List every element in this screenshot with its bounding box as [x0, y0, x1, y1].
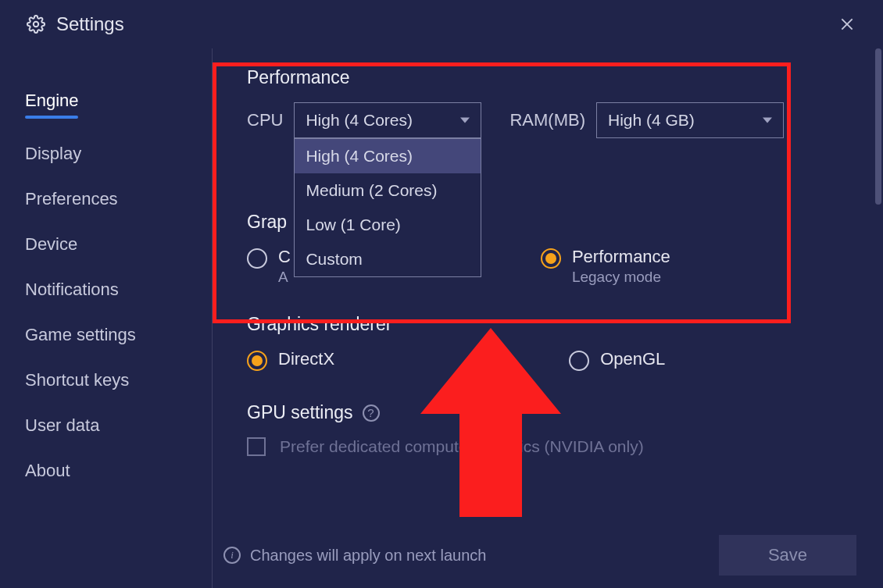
sidebar-item-label: Shortcut keys: [25, 370, 129, 390]
graphics-engine-option-1[interactable]: C A: [247, 247, 291, 286]
sidebar-item-notifications[interactable]: Notifications: [0, 267, 212, 312]
help-icon[interactable]: ?: [363, 404, 380, 422]
cpu-option-custom[interactable]: Custom: [295, 242, 481, 276]
sidebar: Engine Display Preferences Device Notifi…: [0, 48, 213, 588]
scrollbar-thumb[interactable]: [875, 48, 881, 205]
sidebar-item-preferences[interactable]: Preferences: [0, 176, 212, 222]
ram-select[interactable]: High (4 GB): [596, 102, 784, 138]
svg-point-0: [34, 22, 38, 27]
ram-label: RAM(MB): [509, 110, 585, 130]
graphics-engine-option-performance[interactable]: Performance Legacy mode: [541, 247, 670, 286]
graphics-engine-performance-sub: Legacy mode: [572, 269, 670, 286]
footer-info-text: Changes will apply on next launch: [250, 547, 486, 565]
sidebar-item-engine[interactable]: Engine: [0, 78, 212, 131]
cpu-select[interactable]: High (4 Cores) High (4 Cores) Medium (2 …: [294, 102, 481, 138]
gpu-dedicated-checkbox[interactable]: [247, 437, 266, 456]
sidebar-item-display[interactable]: Display: [0, 131, 212, 176]
cpu-option-medium[interactable]: Medium (2 Cores): [295, 173, 481, 208]
chevron-down-icon: [763, 118, 772, 123]
save-button[interactable]: Save: [719, 535, 856, 576]
sidebar-item-label: Game settings: [25, 325, 136, 344]
graphics-renderer-title: Graphics renderer: [247, 314, 864, 335]
active-underline: [25, 116, 78, 119]
renderer-option-opengl[interactable]: OpenGL: [569, 349, 665, 371]
gear-icon: [27, 15, 45, 34]
cpu-select-value: High (4 Cores): [306, 111, 413, 130]
sidebar-item-label: Device: [25, 234, 77, 254]
header: Settings: [0, 0, 883, 48]
radio-checked-icon[interactable]: [541, 248, 561, 269]
page-title: Settings: [56, 13, 124, 35]
gpu-dedicated-label: Prefer dedicated computer graphics (NVID…: [280, 437, 644, 456]
sidebar-item-about[interactable]: About: [0, 448, 212, 494]
graphics-engine-option-1-sub-partial: A: [278, 269, 291, 286]
main-content: Performance CPU High (4 Cores) High (4 C…: [213, 48, 883, 588]
graphics-engine-performance-label: Performance: [572, 247, 670, 267]
performance-section: Performance CPU High (4 Cores) High (4 C…: [247, 67, 864, 138]
sidebar-item-label: User data: [25, 415, 99, 435]
cpu-option-high[interactable]: High (4 Cores): [295, 139, 481, 173]
performance-title: Performance: [247, 67, 864, 88]
radio-unchecked-icon[interactable]: [247, 248, 267, 269]
cpu-label: CPU: [247, 110, 283, 130]
close-button[interactable]: [833, 10, 861, 38]
sidebar-item-label: About: [25, 461, 70, 480]
save-button-label: Save: [768, 545, 807, 565]
renderer-directx-label: DirectX: [278, 349, 334, 369]
footer: i Changes will apply on next launch Save: [223, 535, 856, 576]
sidebar-item-label: Display: [25, 144, 81, 163]
sidebar-item-device[interactable]: Device: [0, 222, 212, 267]
ram-select-value: High (4 GB): [608, 111, 695, 130]
renderer-opengl-label: OpenGL: [600, 349, 665, 369]
graphics-engine-option-1-label-partial: C: [278, 247, 291, 267]
chevron-down-icon: [460, 118, 470, 123]
cpu-select-dropdown: High (4 Cores) Medium (2 Cores) Low (1 C…: [294, 138, 481, 277]
sidebar-item-game-settings[interactable]: Game settings: [0, 312, 212, 358]
sidebar-item-shortcut-keys[interactable]: Shortcut keys: [0, 358, 212, 403]
radio-unchecked-icon[interactable]: [569, 351, 589, 371]
sidebar-item-label: Notifications: [25, 280, 119, 299]
cpu-option-low[interactable]: Low (1 Core): [295, 208, 481, 242]
graphics-renderer-section: Graphics renderer DirectX OpenGL: [247, 314, 864, 371]
sidebar-item-label: Preferences: [25, 189, 118, 208]
sidebar-item-user-data[interactable]: User data: [0, 403, 212, 448]
sidebar-item-label: Engine: [25, 91, 79, 110]
gpu-settings-section: GPU settings ? Prefer dedicated computer…: [247, 402, 864, 456]
info-icon: i: [223, 547, 241, 564]
gpu-settings-title: GPU settings: [247, 402, 353, 423]
renderer-option-directx[interactable]: DirectX: [247, 349, 334, 371]
radio-checked-icon[interactable]: [247, 351, 267, 371]
